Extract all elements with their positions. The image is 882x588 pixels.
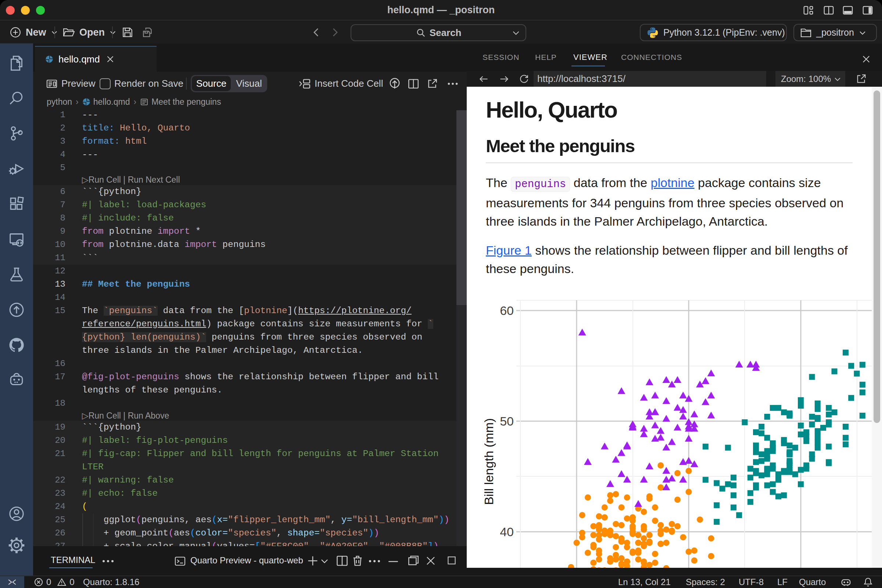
svg-text:60: 60 [500,303,514,318]
svg-text:50: 50 [500,414,514,428]
svg-text:40: 40 [500,525,514,539]
svg-text:Bill length (mm): Bill length (mm) [482,418,496,505]
